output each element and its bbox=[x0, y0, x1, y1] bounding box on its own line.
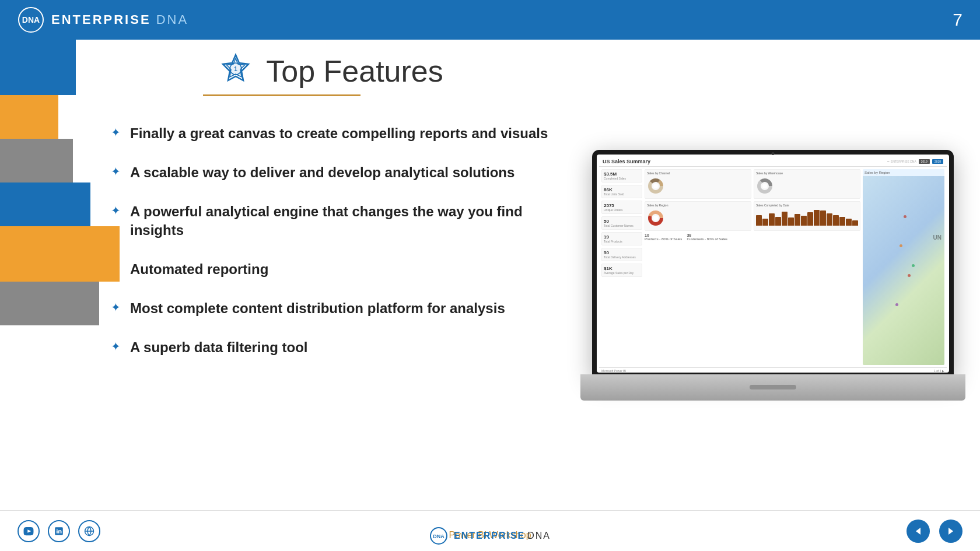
kpi-label-4: Total Customer Names bbox=[604, 224, 640, 227]
laptop-base bbox=[580, 374, 965, 401]
bar-6 bbox=[788, 217, 794, 226]
kpi-value-2: 86K bbox=[604, 187, 640, 192]
footer: Power BI Workshop DNA ENTERPRISE DNA bbox=[0, 510, 980, 551]
kpi-card-5: 19 Total Products bbox=[601, 232, 642, 245]
list-item: ✦ A powerful analytical engine that chan… bbox=[111, 192, 548, 249]
kpi-card-2: 86K Total Units Sold bbox=[601, 185, 642, 198]
bar-2 bbox=[0, 95, 58, 139]
globe-icon[interactable] bbox=[78, 520, 100, 542]
svg-text:DNA: DNA bbox=[433, 534, 444, 539]
next-button[interactable] bbox=[939, 520, 963, 543]
map-dot-2 bbox=[900, 244, 902, 247]
bar-11 bbox=[820, 210, 826, 226]
prev-icon bbox=[914, 527, 923, 536]
kpi-card-4: 50 Total Customer Names bbox=[601, 216, 642, 230]
chart-row-2: Sales by Region Sales Completed bbox=[645, 201, 860, 231]
bar-3 bbox=[769, 213, 775, 226]
header-logo: DNA ENTERPRISE DNA bbox=[18, 6, 188, 33]
laptop-image-area: US Sales Summary ✏ ENTERPRISE DNA 2019 2… bbox=[572, 40, 980, 510]
laptop-screen: US Sales Summary ✏ ENTERPRISE DNA 2019 2… bbox=[597, 155, 949, 373]
list-item: ✦ Automated reporting bbox=[111, 250, 548, 289]
chart-title-3: Sales by Region bbox=[647, 203, 749, 207]
kpi-value-3: 2575 bbox=[604, 203, 640, 208]
kpi-value-7: $1K bbox=[604, 266, 640, 271]
main-content: 1 Top Features ✦ Finally a great canvas … bbox=[0, 40, 980, 510]
dashboard-title: US Sales Summary bbox=[603, 159, 650, 164]
kpi-label-1: Completed Sales bbox=[604, 177, 640, 180]
map-visualization: Bing UN bbox=[863, 176, 944, 365]
kpi-label-3: Unique Orders bbox=[604, 208, 640, 212]
chart-bar: Sales Completed by Date bbox=[754, 201, 860, 231]
chart-title-4: Sales Completed by Date bbox=[756, 203, 858, 207]
chart-title-1: Sales by Channel bbox=[647, 171, 749, 175]
next-icon bbox=[946, 527, 956, 536]
title-underline bbox=[203, 94, 360, 96]
bar-14 bbox=[839, 217, 845, 226]
linkedin-icon[interactable] bbox=[48, 520, 70, 542]
social-icons bbox=[18, 520, 100, 542]
header-logo-text: ENTERPRISE DNA bbox=[51, 12, 188, 27]
laptop-frame: US Sales Summary ✏ ENTERPRISE DNA 2019 2… bbox=[592, 150, 954, 377]
kpi-value-4: 50 bbox=[604, 219, 640, 224]
dna-logo-icon: DNA bbox=[18, 6, 44, 33]
bullet-icon-2: ✦ bbox=[111, 164, 121, 178]
chart-region: Sales by Region bbox=[645, 201, 751, 231]
kpi-card-3: 2575 Unique Orders bbox=[601, 201, 642, 214]
dashboard-footer-brand: Microsoft Power BI bbox=[601, 369, 626, 373]
kpi-card-1: $3.5M Completed Sales bbox=[601, 169, 642, 183]
svg-point-9 bbox=[653, 184, 658, 188]
bar-10 bbox=[814, 210, 820, 226]
map-dot-4 bbox=[895, 303, 898, 306]
svg-text:DNA: DNA bbox=[22, 15, 40, 24]
kpi-column: $3.5M Completed Sales 86K Total Units So… bbox=[601, 169, 642, 365]
bar-6 bbox=[0, 282, 99, 325]
charts-area: Sales by Channel bbox=[645, 169, 860, 365]
svg-marker-20 bbox=[916, 528, 921, 535]
bar-5 bbox=[782, 212, 788, 226]
donut-chart-2 bbox=[756, 177, 774, 195]
list-item: ✦ Most complete content distribution pla… bbox=[111, 289, 548, 328]
footer-nav bbox=[907, 520, 963, 543]
header: DNA ENTERPRISE DNA 7 bbox=[0, 0, 980, 40]
dashboard-header: US Sales Summary ✏ ENTERPRISE DNA 2019 2… bbox=[599, 157, 947, 167]
kpi-label-7: Average Sales per Day bbox=[604, 271, 640, 275]
bar-13 bbox=[833, 215, 839, 226]
svg-point-15 bbox=[653, 216, 658, 220]
kpi-card-7: $1K Average Sales per Day bbox=[601, 264, 642, 277]
donut-chart-1 bbox=[647, 177, 664, 195]
bar-9 bbox=[807, 212, 813, 226]
dashboard-body: $3.5M Completed Sales 86K Total Units So… bbox=[599, 167, 947, 367]
map-dot-5 bbox=[912, 264, 915, 267]
kpi-value-6: 50 bbox=[604, 250, 640, 255]
svg-text:1: 1 bbox=[234, 66, 237, 72]
bar-4 bbox=[0, 183, 90, 226]
kpi-value-1: $3.5M bbox=[604, 171, 640, 177]
prev-button[interactable] bbox=[907, 520, 930, 543]
bullet-icon-3: ✦ bbox=[111, 203, 121, 217]
list-item: ✦ Finally a great canvas to create compe… bbox=[111, 114, 548, 153]
page-number: 7 bbox=[953, 10, 963, 30]
laptop-mockup: US Sales Summary ✏ ENTERPRISE DNA 2019 2… bbox=[580, 150, 965, 401]
bar-12 bbox=[827, 213, 832, 226]
bottom-kpi-2: 38 Customers - 80% of Sales bbox=[687, 233, 727, 241]
bar-5 bbox=[0, 226, 120, 282]
map-dot-1 bbox=[904, 215, 907, 218]
donut-chart-3 bbox=[647, 209, 664, 227]
dashboard-page-nav: 1 of 4 ▶ bbox=[934, 369, 944, 373]
bar-16 bbox=[852, 220, 858, 226]
kpi-label-5: Total Products bbox=[604, 240, 640, 243]
feature-text-4: Automated reporting bbox=[130, 260, 268, 278]
bullet-icon-1: ✦ bbox=[111, 125, 121, 139]
bar-15 bbox=[846, 219, 852, 226]
feature-text-1: Finally a great canvas to create compell… bbox=[130, 124, 548, 142]
chart-row-3: 10 Products - 80% of Sales 38 Customers … bbox=[645, 233, 860, 241]
dashboard: US Sales Summary ✏ ENTERPRISE DNA 2019 2… bbox=[597, 155, 949, 373]
feature-text-5: Most complete content distribution platf… bbox=[130, 299, 505, 317]
title-row: 1 Top Features bbox=[216, 51, 443, 91]
list-item: ✦ A scalable way to deliver and develop … bbox=[111, 153, 548, 192]
feature-text-2: A scalable way to deliver and develop an… bbox=[130, 163, 514, 181]
feature-text-6: A superb data filtering tool bbox=[130, 338, 307, 356]
kpi-label-6: Total Delivery Addresses bbox=[604, 255, 640, 259]
kpi-label-2: Total Units Sold bbox=[604, 192, 640, 196]
youtube-icon[interactable] bbox=[18, 520, 40, 542]
